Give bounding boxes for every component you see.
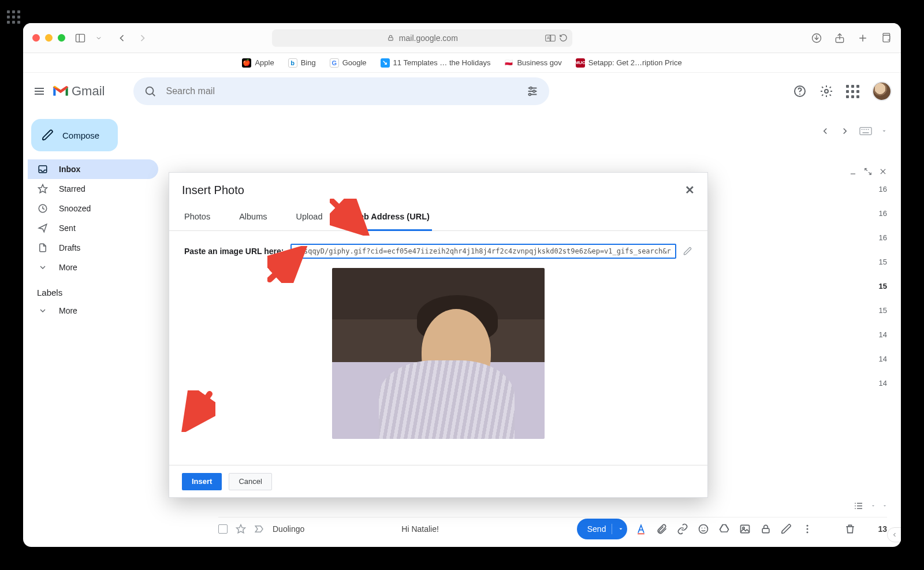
close-icon[interactable]: ✕ xyxy=(685,183,695,197)
important-icon[interactable] xyxy=(254,524,264,534)
image-icon[interactable] xyxy=(739,523,751,535)
svg-point-25 xyxy=(825,90,828,93)
chevron-down-icon[interactable] xyxy=(95,35,102,42)
caret-down-icon[interactable] xyxy=(618,526,624,532)
date-cell: 15 xyxy=(867,282,887,295)
bookmark-apple[interactable]: 🍎Apple xyxy=(242,58,274,68)
bookmark-setapp[interactable]: MUOSetapp: Get 2…ription Price xyxy=(576,58,682,68)
chevron-right-icon[interactable] xyxy=(840,126,850,136)
sidebar: Compose InboxStarredSnoozedSentDraftsMor… xyxy=(23,110,166,547)
compose-button[interactable]: Compose xyxy=(31,119,118,151)
search-icon xyxy=(144,85,157,98)
svg-rect-45 xyxy=(741,525,750,532)
sidebar-item-label: More xyxy=(59,306,77,315)
drive-icon[interactable] xyxy=(718,523,730,535)
apps-icon[interactable] xyxy=(846,85,859,98)
bookmark-label: Setapp: Get 2…ription Price xyxy=(588,58,682,67)
share-icon[interactable] xyxy=(834,32,845,44)
help-icon[interactable] xyxy=(793,84,807,98)
avatar[interactable] xyxy=(872,81,892,101)
attach-icon[interactable] xyxy=(656,523,668,535)
svg-marker-27 xyxy=(39,185,47,193)
edit-url-icon[interactable] xyxy=(683,247,692,256)
more-icon[interactable] xyxy=(802,523,813,535)
gear-icon[interactable] xyxy=(819,84,833,98)
caret-down-icon[interactable] xyxy=(871,504,875,508)
keyboard-icon[interactable] xyxy=(859,126,872,136)
cancel-button[interactable]: Cancel xyxy=(229,473,271,490)
url-bar[interactable]: mail.google.com A xyxy=(272,29,572,47)
downloads-icon[interactable] xyxy=(811,32,822,44)
close-icon[interactable] xyxy=(879,167,887,176)
back-button[interactable] xyxy=(116,32,128,44)
svg-line-37 xyxy=(869,172,871,174)
email-row[interactable]: Duolingo Hi Natalie! Send xyxy=(218,517,887,540)
gmail-app: Gmail Compose xyxy=(23,73,901,547)
format-toolbar-peek xyxy=(854,501,887,511)
url-input[interactable] xyxy=(290,244,676,259)
expand-icon[interactable] xyxy=(864,167,872,176)
caret-down-icon[interactable] xyxy=(882,504,887,508)
sidebar-item-labels-more[interactable]: More xyxy=(28,301,158,321)
svg-point-42 xyxy=(699,524,708,533)
menu-icon[interactable] xyxy=(32,84,46,98)
sidebar-item-label: Starred xyxy=(59,184,85,193)
traffic-lights xyxy=(32,34,65,42)
checkbox[interactable] xyxy=(218,524,228,534)
bookmark-business[interactable]: 🇵🇱Business gov xyxy=(504,58,561,68)
confidential-icon[interactable] xyxy=(760,523,772,535)
svg-point-20 xyxy=(530,87,532,90)
emoji-icon[interactable] xyxy=(698,523,709,535)
side-panel-toggle[interactable] xyxy=(887,527,901,542)
new-tab-icon[interactable] xyxy=(857,32,869,44)
sidebar-item-label: Snoozed xyxy=(59,204,91,213)
sidebar-item-snoozed[interactable]: Snoozed xyxy=(28,199,158,218)
forward-button[interactable] xyxy=(137,32,148,44)
bookmark-google[interactable]: GGoogle xyxy=(330,58,367,68)
search-input[interactable] xyxy=(165,85,518,97)
text-format-icon[interactable] xyxy=(635,523,647,535)
chevron-left-icon[interactable] xyxy=(820,126,830,136)
cancel-label: Cancel xyxy=(239,477,262,486)
reload-icon[interactable] xyxy=(559,33,568,42)
svg-point-43 xyxy=(702,527,703,528)
date-cell: 14 xyxy=(867,379,887,392)
bookmark-templates[interactable]: ↘11 Templates … the Holidays xyxy=(381,58,491,68)
thread-pager xyxy=(820,126,887,136)
star-icon[interactable] xyxy=(236,524,246,534)
insert-button[interactable]: Insert xyxy=(182,473,222,490)
minimize-icon[interactable] xyxy=(849,167,857,176)
sidebar-item-sent[interactable]: Sent xyxy=(28,218,158,238)
svg-rect-11 xyxy=(883,35,890,42)
sidebar-toggle-icon[interactable] xyxy=(74,32,86,44)
list-icon[interactable] xyxy=(854,501,864,511)
gmail-logo[interactable]: Gmail xyxy=(52,83,105,100)
tab-albums[interactable]: Albums xyxy=(237,204,269,230)
ink-icon[interactable] xyxy=(781,523,792,535)
svg-point-21 xyxy=(533,90,535,92)
sidebar-item-inbox[interactable]: Inbox xyxy=(28,159,158,179)
tabs-icon[interactable] xyxy=(880,32,892,44)
translate-icon[interactable]: A xyxy=(545,34,556,42)
search-bar[interactable] xyxy=(133,77,549,105)
caret-down-icon[interactable] xyxy=(881,128,887,134)
bookmark-bing[interactable]: bBing xyxy=(288,58,316,68)
email-sender: Duolingo xyxy=(273,524,304,534)
inbox-icon xyxy=(37,164,49,174)
sidebar-item-starred[interactable]: Starred xyxy=(28,179,158,199)
sidebar-item-more[interactable]: More xyxy=(28,258,158,277)
tune-icon[interactable] xyxy=(526,85,539,98)
minimize-window-button[interactable] xyxy=(45,34,53,42)
send-button[interactable]: Send xyxy=(577,519,628,539)
sidebar-item-drafts[interactable]: Drafts xyxy=(28,238,158,258)
svg-line-36 xyxy=(865,169,867,171)
trash-icon[interactable] xyxy=(844,523,856,535)
link-icon[interactable] xyxy=(677,523,688,535)
star-icon xyxy=(37,184,49,194)
tab-photos[interactable]: Photos xyxy=(182,204,213,230)
fullscreen-window-button[interactable] xyxy=(58,34,65,42)
date-cell: 14 xyxy=(867,355,887,367)
sidebar-item-label: More xyxy=(59,263,77,272)
close-window-button[interactable] xyxy=(32,34,40,42)
tab-upload[interactable]: Upload xyxy=(294,204,325,230)
